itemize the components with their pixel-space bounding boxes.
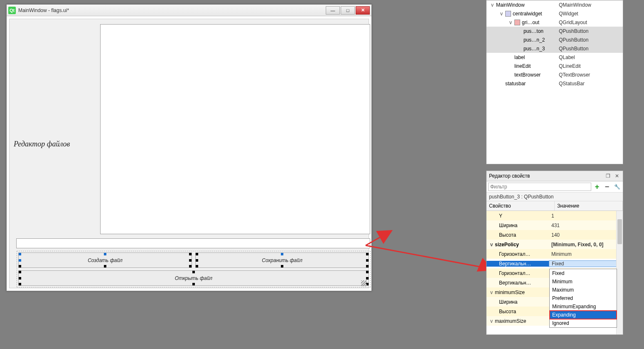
pushbutton-label: Создать файл bbox=[88, 257, 123, 263]
dropdown-option[interactable]: Ignored bbox=[550, 319, 617, 327]
property-columns-header: Свойство Значение bbox=[487, 201, 623, 211]
property-row[interactable]: Горизонтал…Minimum bbox=[487, 249, 623, 259]
pushbutton-create-file[interactable]: Создать файл bbox=[18, 252, 192, 268]
object-tree-row[interactable]: pus…n_3QPushButton bbox=[487, 44, 623, 53]
dropdown-option[interactable]: Minimum bbox=[550, 277, 617, 286]
lineedit-widget[interactable] bbox=[16, 238, 370, 248]
property-name: Y bbox=[499, 213, 502, 219]
object-name: statusbar bbox=[505, 81, 526, 87]
pushbutton-save-file[interactable]: Сохранить файл bbox=[195, 252, 369, 268]
property-value[interactable]: Fixed⌄ bbox=[549, 260, 623, 267]
property-editor-title: Редактор свойств bbox=[489, 173, 602, 179]
object-tree-row[interactable]: vMainWindowQMainWindow bbox=[487, 0, 623, 9]
object-inspector[interactable]: vMainWindowQMainWindowvcentralwidgetQWid… bbox=[486, 0, 623, 164]
designer-canvas[interactable]: Редактор файлов Создать файл Сохранить ф… bbox=[9, 19, 369, 288]
dropdown-option[interactable]: Preferred bbox=[550, 294, 617, 302]
property-editor[interactable]: Редактор свойств ❐ ✕ + − 🔧 pushButton_3 … bbox=[486, 171, 623, 335]
size-policy-dropdown[interactable]: FixedMinimumMaximumPreferredMinimumExpan… bbox=[549, 269, 617, 328]
dropdown-option[interactable]: MinimumExpanding bbox=[550, 302, 617, 311]
close-icon[interactable]: ✕ bbox=[614, 173, 620, 179]
object-tree-row[interactable]: statusbarQStatusBar bbox=[487, 79, 623, 88]
add-property-button[interactable]: + bbox=[593, 183, 601, 191]
object-class: QTextBrowser bbox=[559, 72, 590, 78]
expander-icon[interactable]: v bbox=[508, 20, 513, 25]
property-name: maximumSize bbox=[495, 318, 526, 324]
expander-icon[interactable]: v bbox=[489, 318, 494, 324]
object-name: textBrowser bbox=[514, 72, 541, 78]
object-class: QStatusBar bbox=[559, 81, 585, 87]
col-value[interactable]: Значение bbox=[555, 201, 623, 210]
window-controls: — □ ✕ bbox=[325, 6, 370, 15]
col-property[interactable]: Свойство bbox=[487, 201, 555, 210]
restore-icon[interactable]: ❐ bbox=[605, 173, 611, 179]
property-name: Вертикальн… bbox=[499, 261, 531, 267]
dropdown-option[interactable]: Fixed bbox=[550, 269, 617, 277]
property-value[interactable]: 140 bbox=[549, 232, 623, 238]
property-row[interactable]: Вертикальн…Fixed⌄ bbox=[487, 259, 623, 268]
object-class: QLineEdit bbox=[559, 63, 581, 69]
object-class: QPushButton bbox=[559, 28, 588, 34]
object-tree-row[interactable]: vcentralwidgetQWidget bbox=[487, 9, 623, 18]
property-row[interactable]: vsizePolicy[Minimum, Fixed, 0, 0] bbox=[487, 240, 623, 249]
property-name: sizePolicy bbox=[495, 242, 519, 248]
object-name: centralwidget bbox=[513, 11, 542, 17]
object-name: MainWindow bbox=[496, 2, 525, 8]
object-class: QWidget bbox=[559, 11, 578, 17]
property-name: Высота bbox=[499, 309, 516, 314]
size-grip-icon[interactable] bbox=[361, 280, 367, 286]
remove-property-button[interactable]: − bbox=[603, 183, 611, 191]
expander-icon[interactable]: v bbox=[499, 11, 504, 17]
expander-icon[interactable]: v bbox=[489, 242, 494, 248]
object-name: pus…n_3 bbox=[524, 46, 545, 52]
property-name: Горизонтал… bbox=[499, 251, 530, 257]
object-name: pus…n_2 bbox=[524, 37, 545, 43]
property-editor-titlebar: Редактор свойств ❐ ✕ bbox=[487, 171, 623, 181]
object-tree-row[interactable]: pus…n_2QPushButton bbox=[487, 35, 623, 44]
object-name: pus…ton bbox=[524, 28, 543, 34]
property-row[interactable]: Y1 bbox=[487, 211, 623, 220]
grid-layout[interactable]: Создать файл Сохранить файл bbox=[17, 251, 370, 287]
property-name: Высота bbox=[499, 232, 516, 238]
scrollbar[interactable] bbox=[616, 211, 623, 334]
object-tree-row[interactable]: textBrowserQTextBrowser bbox=[487, 70, 623, 79]
object-name: lineEdit bbox=[514, 63, 531, 69]
qt-logo-icon: Qt bbox=[8, 7, 16, 14]
object-tree-row[interactable]: pus…tonQPushButton bbox=[487, 27, 623, 35]
filter-input[interactable] bbox=[488, 183, 591, 191]
dropdown-option[interactable]: Maximum bbox=[550, 286, 617, 294]
expander-icon[interactable]: v bbox=[489, 290, 494, 295]
scrollbar-thumb[interactable] bbox=[617, 219, 622, 244]
designer-preview-window: Qt MainWindow - flags.ui* — □ ✕ Редактор… bbox=[6, 4, 372, 291]
minimize-button[interactable]: — bbox=[326, 6, 340, 15]
property-value[interactable]: [Minimum, Fixed, 0, 0] bbox=[549, 242, 623, 248]
label-file-editor[interactable]: Редактор файлов bbox=[14, 140, 97, 149]
object-class: QMainWindow bbox=[559, 2, 591, 8]
maximize-button[interactable]: □ bbox=[341, 6, 355, 15]
property-grid[interactable]: Y1Ширина431Высота140vsizePolicy[Minimum,… bbox=[487, 211, 623, 334]
object-tree-row[interactable]: vgri…outQGridLayout bbox=[487, 18, 623, 27]
object-tree-row[interactable]: lineEditQLineEdit bbox=[487, 62, 623, 70]
property-name: minimumSize bbox=[495, 290, 525, 295]
object-name: label bbox=[514, 54, 525, 60]
property-row[interactable]: Ширина431 bbox=[487, 220, 623, 230]
expander-icon[interactable]: v bbox=[490, 2, 495, 8]
property-value[interactable]: 1 bbox=[549, 213, 623, 219]
dropdown-option[interactable]: Expanding bbox=[550, 311, 617, 319]
textbrowser-widget[interactable] bbox=[100, 24, 370, 234]
property-row[interactable]: Высота140 bbox=[487, 230, 623, 240]
settings-icon[interactable]: 🔧 bbox=[613, 183, 621, 191]
property-name: Вертикальн… bbox=[499, 280, 531, 286]
property-value[interactable]: Minimum bbox=[549, 251, 623, 257]
grid-layout-icon bbox=[514, 20, 520, 25]
close-button[interactable]: ✕ bbox=[356, 6, 370, 15]
object-class: QPushButton bbox=[559, 37, 588, 43]
object-class: QLabel bbox=[559, 54, 575, 60]
object-name: gri…out bbox=[522, 20, 539, 25]
object-tree-row[interactable]: labelQLabel bbox=[487, 53, 623, 62]
property-name: Горизонтал… bbox=[499, 270, 530, 276]
widget-icon bbox=[505, 11, 511, 17]
property-value[interactable]: 431 bbox=[549, 223, 623, 228]
property-editor-context: pushButton_3 : QPushButton bbox=[487, 193, 623, 201]
object-class: QGridLayout bbox=[559, 20, 587, 25]
pushbutton-open-file[interactable]: Открыть файл bbox=[18, 270, 369, 286]
